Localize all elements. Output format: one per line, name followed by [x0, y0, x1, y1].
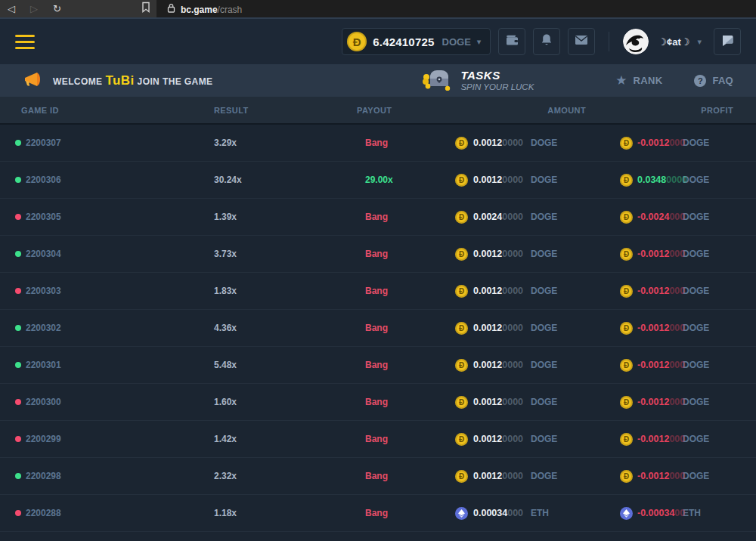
tasks-title: TASKS [460, 69, 534, 82]
profit-currency: DOGE [683, 360, 709, 370]
user-chevron-down-icon[interactable]: ▾ [697, 37, 702, 47]
table-row[interactable]: 2200306 30.24x 29.00x Đ 0.00120000 DOGE … [0, 162, 756, 199]
header-divider [609, 32, 609, 51]
rank-label: RANK [634, 75, 663, 86]
lock-icon [167, 2, 175, 16]
profit-cell: Đ -0.0012000 DOGE [597, 396, 756, 409]
table-row[interactable]: 2200302 4.36x Bang Đ 0.00120000 DOGE Đ -… [0, 310, 756, 347]
notifications-button[interactable] [533, 28, 560, 55]
url-bar[interactable]: bc.game/crash [156, 0, 756, 17]
url-path: /crash [218, 5, 243, 15]
profit-main: 0.0348 [637, 175, 666, 185]
result-value: 1.60x [193, 397, 342, 407]
table-row[interactable]: 2200304 3.73x Bang Đ 0.00120000 DOGE Đ -… [0, 236, 756, 273]
result-value: 1.18x [193, 508, 342, 518]
col-payout: PAYOUT [342, 106, 454, 115]
doge-coin-icon: Đ [620, 322, 633, 335]
amount-currency: ETH [531, 508, 549, 518]
profit-main: -0.0012 [637, 138, 669, 148]
table-row[interactable]: 2200300 1.60x Bang Đ 0.00120000 DOGE Đ -… [0, 384, 756, 421]
table-row[interactable]: 2200301 5.48x Bang Đ 0.00120000 DOGE Đ -… [0, 347, 756, 384]
balance-selector[interactable]: Đ 6.42410725 DOGE ▾ [342, 28, 491, 55]
amount-zeros: 0000 [502, 360, 523, 370]
doge-coin-icon: Đ [455, 285, 468, 298]
result-value: 1.39x [193, 212, 342, 222]
profit-currency: ETH [683, 508, 701, 518]
profit-cell: Đ -0.0012000 DOGE [597, 137, 756, 150]
bookmark-icon[interactable] [141, 2, 150, 16]
amount-currency: DOGE [531, 249, 557, 259]
messages-button[interactable] [568, 28, 595, 55]
game-id-cell: 2200301 [0, 360, 193, 370]
profit-zeros: 000 [669, 212, 685, 222]
amount-zeros: 0000 [502, 471, 523, 481]
amount-currency: DOGE [531, 323, 557, 333]
amount-cell: Đ 0.00120000 DOGE [454, 359, 597, 372]
username[interactable]: ☽¢at☽ [658, 36, 689, 48]
amount-zeros: 0000 [502, 138, 523, 148]
eth-coin-icon [620, 507, 633, 520]
avatar[interactable] [623, 29, 649, 54]
wallet-button[interactable] [498, 28, 525, 55]
status-dot [15, 325, 21, 331]
col-profit: PROFIT [597, 106, 756, 115]
amount-main: 0.0012 [473, 434, 502, 444]
amount-main: 0.0012 [473, 397, 502, 407]
amount-zeros: 0000 [502, 175, 523, 185]
game-id-cell: 2200305 [0, 212, 193, 222]
menu-icon[interactable] [15, 35, 35, 49]
payout-value: Bang [365, 434, 388, 444]
table-row[interactable]: 2200303 1.83x Bang Đ 0.00120000 DOGE Đ -… [0, 273, 756, 310]
amount-currency: DOGE [531, 175, 557, 185]
doge-coin-icon: Đ [620, 470, 633, 483]
result-value: 3.73x [193, 249, 342, 259]
amount-currency: DOGE [531, 286, 557, 296]
doge-coin-icon: Đ [455, 248, 468, 261]
rank-button[interactable]: ★ RANK [615, 73, 662, 88]
profit-zeros: 000 [669, 434, 685, 444]
profit-currency: DOGE [683, 212, 709, 222]
amount-cell: Đ 0.00120000 DOGE [454, 322, 597, 335]
reload-icon[interactable]: ↻ [53, 4, 61, 14]
tasks-subtitle: SPIN YOUR LUCK [460, 82, 534, 92]
chat-toggle-button[interactable] [714, 28, 741, 55]
app-header: Đ 6.42410725 DOGE ▾ ☽¢at☽ ▾ [0, 17, 756, 64]
profit-main: -0.0012 [637, 249, 669, 259]
back-icon[interactable]: ◁ [8, 4, 15, 14]
payout-cell: Bang [342, 360, 454, 370]
amount-cell: 0.00034000 ETH [454, 507, 597, 520]
table-row[interactable]: 2200299 1.42x Bang Đ 0.00120000 DOGE Đ -… [0, 421, 756, 458]
status-dot [15, 510, 21, 516]
amount-currency: DOGE [531, 212, 557, 222]
payout-cell: Bang [342, 249, 454, 259]
result-value: 30.24x [193, 175, 342, 185]
table-row[interactable]: 2200305 1.39x Bang Đ 0.00240000 DOGE Đ -… [0, 199, 756, 236]
profit-main: -0.00034 [637, 508, 674, 518]
table-row[interactable]: 2200307 3.29x Bang Đ 0.00120000 DOGE Đ -… [0, 125, 756, 162]
game-id: 2200298 [26, 471, 61, 481]
status-dot [15, 251, 21, 257]
amount-zeros: 000 [507, 508, 523, 518]
game-id: 2200306 [26, 175, 61, 185]
payout-cell: Bang [342, 286, 454, 296]
profit-cell: Đ -0.0012000 DOGE [597, 433, 756, 446]
profit-main: -0.0024 [637, 212, 669, 222]
profit-main: -0.0012 [637, 434, 669, 444]
game-id: 2200307 [26, 138, 61, 148]
balance-currency: DOGE [442, 36, 471, 48]
eth-coin-icon [455, 507, 468, 520]
doge-coin-icon: Đ [620, 433, 633, 446]
doge-coin-icon: Đ [620, 248, 633, 261]
profit-zeros: 000 [669, 397, 685, 407]
payout-value: Bang [365, 286, 388, 296]
profit-zeros: 0000 [666, 175, 687, 185]
table-row[interactable]: 2200288 1.18x Bang 0.00034000 ETH -0.000… [0, 495, 756, 532]
profit-main: -0.0012 [637, 471, 669, 481]
faq-button[interactable]: ? FAQ [694, 75, 733, 87]
payout-value: Bang [365, 508, 388, 518]
table-header: GAME ID RESULT PAYOUT AMOUNT PROFIT [0, 97, 756, 125]
forward-icon[interactable]: ▷ [30, 4, 38, 14]
table-row[interactable]: 2200298 2.32x Bang Đ 0.00120000 DOGE Đ -… [0, 458, 756, 495]
status-dot [15, 436, 21, 442]
tasks-button[interactable]: TASKS SPIN YOUR LUCK [421, 68, 534, 94]
